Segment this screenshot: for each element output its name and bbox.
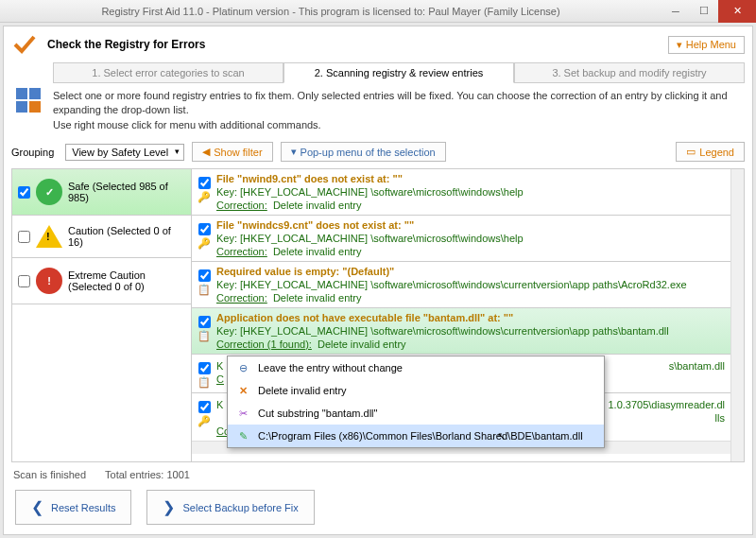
tab-scanning-review[interactable]: 2. Scanning registry & review entries <box>284 62 514 83</box>
key-icon: 📋 <box>198 284 211 296</box>
window-title: Registry First Aid 11.0 - Platinum versi… <box>0 6 662 17</box>
no-entry-icon: ⊖ <box>235 360 250 375</box>
status-total: Total entries: 1001 <box>105 469 190 480</box>
page-title: Check the Registry for Errors <box>47 38 668 51</box>
entry-row[interactable]: 🔑 File "nwindcs9.cnt" does not exist at:… <box>192 216 730 262</box>
status-finished: Scan is finished <box>13 469 86 480</box>
menu-item-path[interactable]: ✎ C:\Program Files (x86)\Common Files\Bo… <box>228 425 604 447</box>
entry-checkbox[interactable] <box>198 223 211 235</box>
entry-checkbox[interactable] <box>198 177 211 189</box>
cursor-icon: ↖ <box>497 430 506 443</box>
legend-button[interactable]: ▭ Legend <box>676 142 745 162</box>
sidebar-item-caution[interactable]: Caution (Selected 0 of 16) <box>12 216 191 258</box>
dropdown-icon: ▾ <box>677 39 682 51</box>
key-icon: 📋 <box>198 376 211 389</box>
key-icon: 🔑 <box>198 237 211 250</box>
entry-checkbox[interactable] <box>198 316 211 328</box>
key-icon: 📋 <box>198 330 211 342</box>
close-button[interactable]: ✕ <box>718 0 756 23</box>
maximize-button[interactable]: ☐ <box>690 0 718 23</box>
grouping-label: Grouping <box>11 147 54 158</box>
extreme-checkbox[interactable] <box>18 275 30 287</box>
entry-checkbox[interactable] <box>198 362 211 374</box>
safe-checkbox[interactable] <box>18 186 30 199</box>
titlebar: Registry First Aid 11.0 - Platinum versi… <box>0 0 756 23</box>
tab-backup-modify[interactable]: 3. Set backup and modify registry <box>514 62 745 83</box>
edit-icon: ✎ <box>235 428 250 443</box>
entry-row-selected[interactable]: 📋 Application does not have executable f… <box>192 308 730 355</box>
sidebar-item-extreme[interactable]: ! Extreme Caution (Selected 0 of 0) <box>12 258 191 304</box>
menu-item-delete[interactable]: ✕ Delete invalid entry <box>228 379 604 402</box>
popup-menu-button[interactable]: ▾ Pop-up menu of the selection <box>281 142 446 162</box>
key-icon: 🔑 <box>198 191 211 203</box>
show-filter-button[interactable]: ◀ Show filter <box>192 142 272 162</box>
extreme-icon: ! <box>36 268 62 294</box>
entry-row[interactable]: 📋 Required value is empty: "(Default)" K… <box>192 262 730 308</box>
select-backup-button[interactable]: ❯ Select Backup before Fix <box>146 490 314 525</box>
tab-select-categories[interactable]: 1. Select error categories to scan <box>53 62 284 83</box>
instruction-line1: Select one or more found registry entrie… <box>53 89 745 118</box>
sidebar: ✓ Safe (Selected 985 of 985) Caution (Se… <box>12 169 192 461</box>
help-menu-button[interactable]: ▾ Help Menu <box>668 36 745 54</box>
key-icon: 🔑 <box>198 415 211 427</box>
view-dropdown[interactable]: View by Safety Level <box>65 144 184 161</box>
caution-checkbox[interactable] <box>18 231 30 243</box>
forward-arrow-icon: ❯ <box>163 498 175 516</box>
filter-arrow-icon: ◀ <box>202 146 210 158</box>
entry-checkbox[interactable] <box>198 269 211 282</box>
context-menu: ⊖ Leave the entry without change ✕ Delet… <box>227 356 605 448</box>
scissors-icon: ✂ <box>235 406 250 421</box>
instruction-line2: Use right mouse click for menu with addi… <box>53 118 745 132</box>
menu-item-leave[interactable]: ⊖ Leave the entry without change <box>228 356 604 379</box>
app-logo-icon <box>11 30 40 59</box>
dropdown-icon: ▾ <box>291 146 297 158</box>
sidebar-item-safe[interactable]: ✓ Safe (Selected 985 of 985) <box>12 169 191 216</box>
vertical-scrollbar[interactable] <box>730 169 744 461</box>
caution-icon <box>36 225 62 248</box>
safe-icon: ✓ <box>36 179 62 205</box>
menu-item-cut[interactable]: ✂ Cut substring "bantam.dll" <box>228 402 604 425</box>
entry-row[interactable]: 🔑 File "nwind9.cnt" does not exist at: "… <box>192 169 730 216</box>
entry-checkbox[interactable] <box>198 401 211 413</box>
legend-icon: ▭ <box>686 146 696 158</box>
back-arrow-icon: ❮ <box>31 498 43 516</box>
delete-icon: ✕ <box>235 383 250 398</box>
minimize-button[interactable]: ─ <box>662 0 690 23</box>
reset-results-button[interactable]: ❮ Reset Results <box>15 490 131 525</box>
tiles-icon <box>16 88 41 113</box>
